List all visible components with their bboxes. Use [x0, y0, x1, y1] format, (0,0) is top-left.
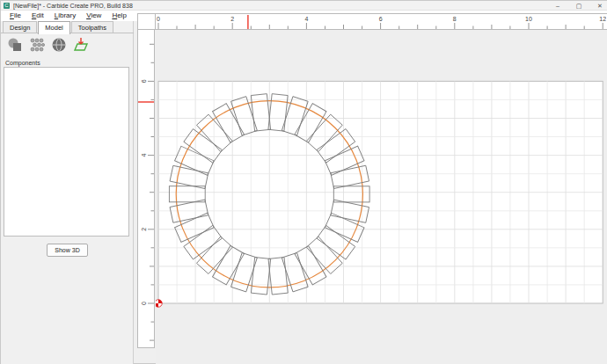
menu-file[interactable]: File: [4, 11, 26, 21]
tab-design[interactable]: Design: [3, 21, 37, 33]
svg-text:2: 2: [141, 228, 147, 231]
add-shape-button[interactable]: [6, 36, 24, 54]
tab-bar: Design Model Toolpaths: [3, 21, 114, 33]
svg-text:2: 2: [230, 16, 234, 22]
vertical-ruler: 0246: [137, 30, 155, 348]
tab-model[interactable]: Model: [38, 21, 69, 34]
design-canvas[interactable]: [156, 30, 607, 364]
horizontal-ruler: 024681012: [137, 13, 607, 30]
model-toolbar: [6, 36, 90, 54]
svg-text:8: 8: [453, 16, 457, 22]
svg-text:0: 0: [157, 16, 160, 22]
menu-help[interactable]: Help: [106, 11, 131, 21]
import-component-icon: [73, 37, 89, 53]
app-window: C [NewFile]* - Carbide Create PRO, Build…: [0, 0, 607, 364]
app-icon: C: [4, 3, 10, 9]
svg-text:6: 6: [141, 79, 147, 83]
svg-text:4: 4: [304, 16, 308, 22]
origin-marker: [156, 300, 162, 307]
add-dome-icon: [51, 37, 67, 53]
menu-library[interactable]: Library: [49, 11, 81, 21]
svg-text:0: 0: [141, 302, 147, 305]
menu-view[interactable]: View: [81, 11, 106, 21]
svg-text:6: 6: [379, 16, 383, 22]
close-button[interactable]: ✕: [596, 3, 604, 10]
minimize-button[interactable]: –: [553, 3, 562, 9]
svg-text:12: 12: [599, 16, 606, 22]
sidebar-panel: Design Model Toolpaths: [1, 21, 134, 364]
add-dome-button[interactable]: [50, 36, 68, 54]
import-component-button[interactable]: [72, 36, 90, 54]
add-shape-icon: [7, 37, 23, 53]
title-bar: C [NewFile]* - Carbide Create PRO, Build…: [1, 1, 607, 11]
components-list[interactable]: [4, 67, 129, 237]
maximize-button[interactable]: ▢: [574, 3, 583, 10]
add-texture-button[interactable]: [28, 36, 46, 54]
window-title: [NewFile]* - Carbide Create PRO, Build 8…: [13, 3, 133, 9]
add-texture-icon: [29, 37, 45, 53]
show-3d-button[interactable]: Show 3D: [47, 244, 88, 257]
svg-text:10: 10: [525, 16, 532, 22]
menu-edit[interactable]: Edit: [26, 11, 49, 21]
svg-text:4: 4: [141, 154, 147, 157]
components-label: Components: [5, 60, 40, 66]
tab-toolpaths[interactable]: Toolpaths: [71, 21, 113, 33]
